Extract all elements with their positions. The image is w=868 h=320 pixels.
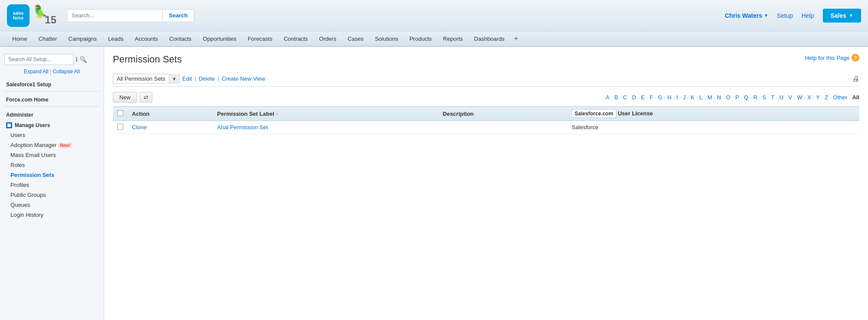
nav-opportunities[interactable]: Opportunities [197,33,241,45]
app-selector[interactable]: Sales ▼ [823,9,861,23]
alpha-C[interactable]: C [623,94,627,101]
sidebar-section-forcecom[interactable]: Force.com Home [0,93,104,104]
select-all-header [113,107,128,121]
sidebar-search-input[interactable] [4,54,74,65]
alpha-B[interactable]: B [614,94,618,101]
alpha-Q[interactable]: Q [744,94,748,101]
alpha-I[interactable]: I [676,94,678,101]
sidebar-item-permission-sets[interactable]: Permission Sets [0,170,104,180]
alpha-A[interactable]: A [605,94,609,101]
sidebar-item-login-history[interactable]: Login History [0,210,104,220]
sidebar-item-queues[interactable]: Queues [0,200,104,210]
sidebar-item-roles[interactable]: Roles [0,160,104,170]
alpha-F[interactable]: F [650,94,653,101]
alpha-J[interactable]: J [683,94,686,101]
row-label-cell: Ahal Permission Set [213,121,438,134]
setup-link[interactable]: Setup [777,12,793,19]
alpha-P[interactable]: P [735,94,739,101]
user-name: Chris Waters [725,12,762,19]
alpha-K[interactable]: K [690,94,694,101]
alpha-R[interactable]: R [753,94,757,101]
help-page-link[interactable]: Help for this Page ? [805,54,859,62]
nav-home[interactable]: Home [7,33,33,45]
alpha-U[interactable]: U [779,94,783,101]
nav-cases[interactable]: Cases [342,33,369,45]
alpha-Y[interactable]: Y [816,94,820,101]
alpha-M[interactable]: M [707,94,712,101]
nav-orders[interactable]: Orders [314,33,342,45]
table-body: Clone Ahal Permission Set Salesforce [113,121,859,134]
nav-contracts[interactable]: Contracts [279,33,313,45]
nav-chatter[interactable]: Chatter [33,33,62,45]
sidebar-expand-collapse: Expand All | Collapse All [0,68,104,78]
sidebar-item-users[interactable]: Users [0,130,104,140]
alpha-all[interactable]: All [852,94,859,101]
alpha-other[interactable]: Other [833,94,848,101]
sidebar-search-icon[interactable]: 🔍 [79,56,87,63]
alpha-E[interactable]: E [641,94,645,101]
clone-link[interactable]: Clone [132,124,147,131]
user-menu[interactable]: Chris Waters ▼ [725,12,768,19]
alpha-G[interactable]: G [658,94,662,101]
alpha-N[interactable]: N [717,94,721,101]
collapse-all-link[interactable]: Collapse All [53,69,80,75]
table-header-row: Action Permission Set Label ↑ Descriptio… [113,107,859,121]
sidebar-manage-users-label[interactable]: Manage Users [15,122,50,128]
search-area: Search [67,9,194,22]
view-select-dropdown[interactable]: ▼ [169,75,180,83]
sort-icon: ↑ [276,112,278,117]
select-all-checkbox[interactable] [117,110,123,116]
alpha-H[interactable]: H [667,94,671,101]
permission-set-label-link[interactable]: Ahal Permission Set [217,124,268,131]
nav-products[interactable]: Products [404,33,437,45]
page-title: Permission Sets [113,54,182,65]
sidebar-section-salesforce1[interactable]: Salesforce1 Setup [0,78,104,89]
print-icon[interactable]: 🖨 [852,75,859,83]
nav-leads[interactable]: Leads [103,33,128,45]
row-description-cell [438,121,567,134]
alpha-D[interactable]: D [632,94,636,101]
sidebar-section-administer[interactable]: Administer [0,108,104,120]
help-link-header[interactable]: Help [802,12,814,19]
sidebar-search-area: ℹ 🔍 [0,51,104,68]
alpha-O[interactable]: O [726,94,730,101]
create-view-link[interactable]: Create New View [222,75,265,82]
user-dropdown-arrow: ▼ [764,13,768,18]
nav-more-button[interactable]: + [510,33,521,44]
search-button[interactable]: Search [162,9,194,22]
filter-bar: All Permission Sets ▼ Edit | Delete | Cr… [113,71,859,87]
alpha-S[interactable]: S [763,94,766,101]
content-area: Permission Sets Help for this Page ? All… [104,47,868,320]
new-button[interactable]: New [113,92,137,103]
sidebar-item-profiles[interactable]: Profiles [0,180,104,190]
sidebar-info-icon[interactable]: ℹ [76,56,78,63]
sidebar-divider-1 [4,91,99,91]
alpha-Z[interactable]: Z [825,94,828,101]
nav-contacts[interactable]: Contacts [164,33,197,45]
sidebar-item-mass-email[interactable]: Mass Email Users [0,150,104,160]
search-input[interactable] [67,9,162,22]
sidebar-manage-users-section: Manage Users [0,120,104,130]
alpha-V[interactable]: V [789,94,792,101]
alpha-W[interactable]: W [797,94,802,101]
row-checkbox[interactable] [117,124,123,130]
alpha-L[interactable]: L [699,94,702,101]
alpha-T[interactable]: T [771,94,775,101]
nav-solutions[interactable]: Solutions [370,33,403,45]
sidebar-item-public-groups[interactable]: Public Groups [0,190,104,200]
nav-forecasts[interactable]: Forecasts [243,33,278,45]
logo-area: salesforce 🦜 15 [7,4,58,27]
alpha-X[interactable]: X [807,94,811,101]
expand-all-link[interactable]: Expand All [24,69,49,75]
nav-dashboards[interactable]: Dashboards [469,33,510,45]
sidebar-item-adoption-manager[interactable]: Adoption ManagerNew! [0,140,104,150]
table-actions: New ⇄ [113,92,152,103]
manage-users-icon [6,122,12,128]
filter-left: All Permission Sets ▼ Edit | Delete | Cr… [113,74,265,84]
edit-view-link[interactable]: Edit [182,75,192,82]
refresh-button[interactable]: ⇄ [140,92,152,103]
nav-reports[interactable]: Reports [438,33,468,45]
delete-view-link[interactable]: Delete [199,75,215,82]
nav-campaigns[interactable]: Campaigns [63,33,102,45]
nav-accounts[interactable]: Accounts [130,33,163,45]
